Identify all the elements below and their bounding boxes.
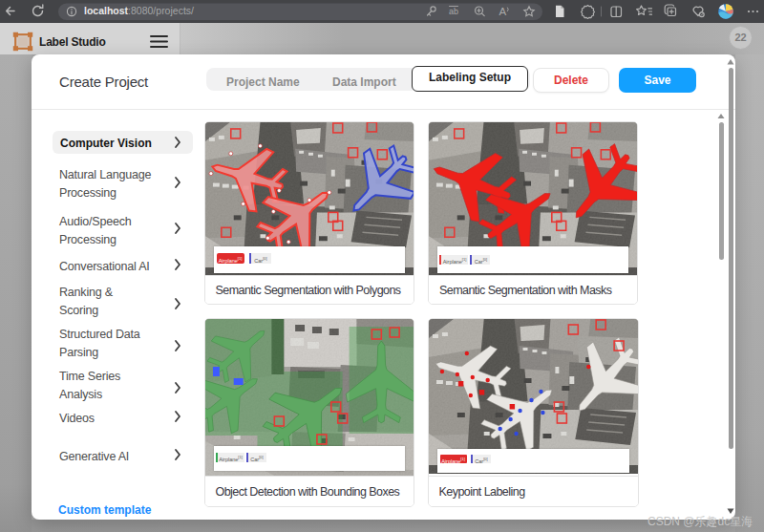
svg-text:ab: ab — [449, 7, 458, 16]
svg-text:localhost:8080/projects/: localhost:8080/projects/ — [84, 5, 194, 16]
svg-text:A: A — [499, 6, 507, 17]
